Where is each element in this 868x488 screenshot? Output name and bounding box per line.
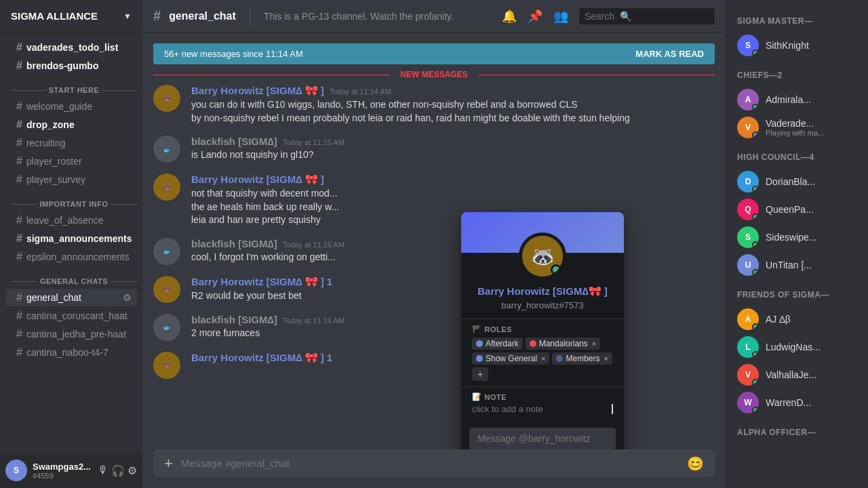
channel-item-leave-of-absence[interactable]: # leave_of_absence xyxy=(5,211,137,229)
message-author[interactable]: Barry Horowitz [SIGM∆ 🎀 ] 1 xyxy=(191,276,332,288)
channel-item[interactable]: # vaderades_todo_list xyxy=(5,39,137,56)
server-name: SIGMA ALLIANCE xyxy=(11,10,98,22)
member-item[interactable]: Q QueenPa... xyxy=(729,196,865,223)
channel-header: # general_chat This is a PG-13 channel. … xyxy=(142,0,726,33)
message-text: the ae heals him back up really w... xyxy=(191,201,715,214)
online-status-dot xyxy=(752,104,759,110)
new-messages-text: 56+ new messages since 11:14 AM xyxy=(164,49,303,59)
channel-item-player-roster[interactable]: # player_roster xyxy=(5,152,137,170)
message-author[interactable]: blackfish [SIGM∆] xyxy=(191,136,277,147)
add-role-button[interactable]: + xyxy=(472,367,488,381)
message-author[interactable]: blackfish [SIGM∆] xyxy=(191,314,277,325)
remove-role-button[interactable]: × xyxy=(541,354,545,363)
message-author[interactable]: Barry Horowitz [SIGM∆ 🎀 ] xyxy=(191,85,324,97)
channel-topic: This is a PG-13 channel. Watch the profa… xyxy=(264,11,454,22)
message-text: you can do it with G10 wiggs, lando, STH… xyxy=(191,98,715,112)
member-status: Playing with ma... xyxy=(766,129,824,137)
channel-item-sigma-announcements[interactable]: # sigma_announcements xyxy=(5,230,137,247)
channel-item-cantina-coruscant[interactable]: # cantina_coruscant_haat xyxy=(5,307,137,325)
remove-role-button[interactable]: × xyxy=(604,354,608,363)
role-tag-mandalorians: Mandalorians × xyxy=(526,338,600,350)
channel-item-recruiting[interactable]: # recruiting xyxy=(5,134,137,152)
member-item[interactable]: V ValhallaJe... xyxy=(729,361,865,388)
channel-item-welcome-guide[interactable]: # welcome_guide xyxy=(5,98,137,115)
message-user-input[interactable] xyxy=(477,433,608,444)
pin-icon[interactable]: 📌 xyxy=(528,9,542,24)
settings-icon[interactable]: ⚙ xyxy=(127,464,137,477)
message-author[interactable]: Barry Horowitz [SIGM∆ 🎀 ] 1 xyxy=(191,352,332,364)
right-section-header: CHIEFS—2 xyxy=(726,60,868,85)
channel-label: recruiting xyxy=(26,138,66,148)
mic-icon[interactable]: 🎙 xyxy=(98,464,108,477)
channel-name: general_chat xyxy=(169,10,236,22)
member-avatar: D xyxy=(737,171,759,192)
message-input-wrapper: + 😊 xyxy=(153,449,715,477)
message-content: blackfish [SIGM∆] Today at 11:16 AM 2 mo… xyxy=(191,314,715,341)
gear-icon[interactable]: ⚙ xyxy=(123,292,132,303)
member-avatar: U xyxy=(737,254,759,276)
message-content: blackfish [SIGM∆] Today at 11:16 AM cool… xyxy=(191,238,715,265)
bell-icon[interactable]: 🔔 xyxy=(502,9,517,24)
channel-label: general_chat xyxy=(26,292,81,303)
note-input[interactable]: click to add a note xyxy=(472,404,613,414)
member-item[interactable]: U UnTitan [... xyxy=(729,251,865,279)
member-avatar: Q xyxy=(737,199,759,220)
message-author[interactable]: blackfish [SIGM∆] xyxy=(191,238,277,249)
member-item[interactable]: L LudwigNas... xyxy=(729,333,865,361)
message-header: Barry Horowitz [SIGM∆ 🎀 ] xyxy=(191,174,715,186)
emoji-button[interactable]: 😊 xyxy=(687,455,704,472)
member-avatar: W xyxy=(737,392,759,413)
channel-item-drop-zone[interactable]: # drop_zone xyxy=(5,116,137,134)
message-input[interactable] xyxy=(181,449,679,477)
members-icon[interactable]: 👥 xyxy=(553,9,568,24)
member-item[interactable]: S Sideswipe... xyxy=(729,224,865,251)
role-name: Show General xyxy=(486,354,537,363)
member-info: Vaderade... Playing with ma... xyxy=(766,118,824,137)
member-avatar: S xyxy=(737,35,759,56)
member-item[interactable]: D DorianBla... xyxy=(729,168,865,195)
online-status-dot xyxy=(752,379,759,386)
channel-item[interactable]: # brendos-gumbo xyxy=(5,57,137,75)
member-item[interactable]: A AJ ∆β xyxy=(729,306,865,333)
member-name: WarrenD... xyxy=(766,397,811,408)
role-name: Mandalorians xyxy=(539,339,588,348)
member-item[interactable]: W WarrenD... xyxy=(729,389,865,416)
channel-hash-icon: # xyxy=(153,8,161,24)
channel-item-cantina-jedha[interactable]: # cantina_jedha_pre-haat xyxy=(5,325,137,343)
roles-container: Afterdark Mandalorians × Show General × xyxy=(472,338,613,381)
headset-icon[interactable]: 🎧 xyxy=(111,464,125,477)
add-attachment-button[interactable]: + xyxy=(164,455,173,472)
search-bar[interactable]: Search 🔍 xyxy=(579,8,715,24)
roles-title: 🏴 ROLES xyxy=(472,325,613,333)
message-popup-input[interactable] xyxy=(469,428,616,449)
channel-item-epsilon-announcements[interactable]: # epsilon_announcements xyxy=(5,248,137,266)
mark-as-read-button[interactable]: MARK AS READ xyxy=(635,49,704,59)
channel-item-general-chat[interactable]: # general_chat ⚙ xyxy=(5,289,137,306)
message-text: is Lando not squishy in gl10? xyxy=(191,148,715,162)
channel-label: cantina_naboo-t4-7 xyxy=(26,347,108,358)
role-name: Afterdark xyxy=(486,339,519,348)
channel-label: sigma_announcements xyxy=(26,233,132,244)
message-text: by non-squishy rebel I mean probably not… xyxy=(191,112,715,125)
message-content: Barry Horowitz [SIGM∆ 🎀 ] 1 xyxy=(191,352,715,379)
remove-role-button[interactable]: × xyxy=(592,340,596,348)
member-item[interactable]: V Vaderade... Playing with ma... xyxy=(729,114,865,141)
channel-label: cantina_jedha_pre-haat xyxy=(26,329,126,340)
member-item[interactable]: S SithKnight xyxy=(729,32,865,59)
hash-icon: # xyxy=(16,328,22,340)
message-author[interactable]: Barry Horowitz [SIGM∆ 🎀 ] xyxy=(191,174,324,186)
avatar: 🐟 xyxy=(153,136,180,163)
profile-avatar: 🦝 xyxy=(519,232,566,280)
online-status-dot xyxy=(752,49,759,56)
right-section-header: ALPHA OFFICER— xyxy=(726,417,868,443)
messages-area[interactable]: 56+ new messages since 11:14 AM MARK AS … xyxy=(142,33,726,449)
member-item[interactable]: A Admirala... xyxy=(729,86,865,113)
right-section-header: SIGMA MASTER— xyxy=(726,5,868,31)
channel-item-cantina-naboo[interactable]: # cantina_naboo-t4-7 xyxy=(5,344,137,361)
channel-item-player-survey[interactable]: # player_survey xyxy=(5,171,137,188)
server-header[interactable]: SIGMA ALLIANCE ▼ xyxy=(0,0,142,33)
profile-popup: 🦝 Barry Horowitz [SIGM∆🎀 ] barry_horowit… xyxy=(461,212,624,449)
hash-icon: # xyxy=(16,291,22,304)
role-color-dot xyxy=(476,340,483,347)
hash-icon: # xyxy=(16,119,22,131)
